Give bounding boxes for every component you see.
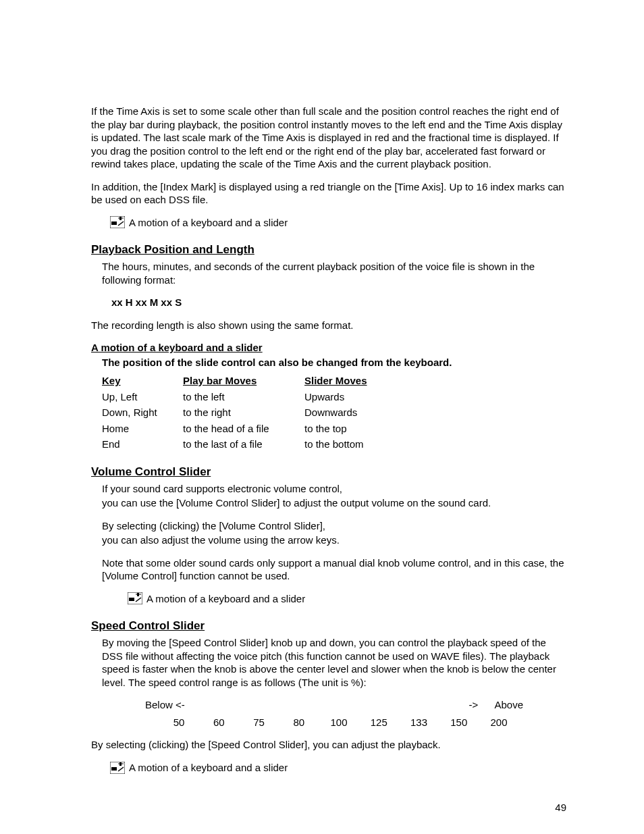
intro-paragraph-1: If the Time Axis is set to some scale ot… [91, 105, 566, 171]
document-page: If the Time Axis is set to some scale ot… [0, 0, 644, 834]
cell: to the bottom [304, 438, 412, 451]
speed-range-below: Below <- [145, 698, 185, 712]
volume-p3: By selecting (clicking) the [Volume Cont… [102, 519, 566, 533]
svg-rect-7 [137, 593, 139, 596]
subheading-motion: A motion of a keyboard and a slider [91, 341, 566, 355]
svg-rect-9 [111, 767, 117, 771]
motion-link-3: A motion of a keyboard and a slider [110, 761, 566, 775]
cell: Home [102, 422, 183, 436]
motion-link-2-text: A motion of a keyboard and a slider [146, 592, 305, 606]
speed-p1: By moving the [Speed Control Slider] kno… [102, 636, 566, 689]
motion-link-2: A motion of a keyboard and a slider [128, 592, 566, 606]
table-row: Down, Right to the right Downwards [102, 406, 566, 419]
cell: to the top [304, 422, 412, 436]
speed-value: 125 [365, 716, 392, 729]
intro-paragraph-2: In addition, the [Index Mark] is display… [91, 180, 566, 207]
playback-p1: The hours, minutes, and seconds of the c… [102, 260, 566, 286]
keyboard-table: Key Play bar Moves Slider Moves Up, Left… [102, 374, 566, 451]
cell: to the right [183, 406, 304, 419]
speed-value: 60 [205, 716, 232, 729]
heading-speed-control: Speed Control Slider [91, 619, 566, 633]
volume-p4: you can also adjust the volume using the… [102, 533, 566, 547]
cell: to the left [183, 390, 304, 404]
cell: Upwards [304, 390, 412, 404]
volume-p5: Note that some older sound cards only su… [102, 556, 566, 583]
cell: Down, Right [102, 406, 183, 419]
svg-rect-1 [111, 221, 117, 225]
svg-rect-3 [119, 217, 122, 220]
playback-format: xx H xx M xx S [111, 296, 566, 309]
keyboard-slider-icon [128, 592, 142, 604]
speed-value: 200 [485, 716, 512, 729]
motion-link-1: A motion of a keyboard and a slider [110, 216, 566, 230]
subheading-motion-line: The position of the slide control can al… [102, 356, 566, 369]
cell: to the last of a file [183, 438, 304, 451]
table-row: Home to the head of a file to the top [102, 422, 566, 436]
speed-value: 133 [406, 716, 433, 729]
keyboard-slider-icon [110, 762, 125, 774]
speed-value: 75 [246, 716, 273, 729]
speed-value: 150 [446, 716, 473, 729]
heading-volume-control: Volume Control Slider [91, 465, 566, 479]
table-row: Up, Left to the left Upwards [102, 390, 566, 404]
volume-p1: If your sound card supports electronic v… [102, 482, 566, 496]
speed-range-display: Below <- -> Above 50 60 75 80 100 125 13… [145, 698, 523, 729]
speed-range-labels: Below <- -> Above [145, 698, 523, 712]
col-header-key: Key [102, 374, 183, 388]
svg-rect-5 [129, 598, 134, 601]
table-header-row: Key Play bar Moves Slider Moves [102, 374, 566, 388]
col-header-playbar: Play bar Moves [183, 374, 304, 388]
speed-range-values: 50 60 75 80 100 125 133 150 200 [145, 716, 523, 729]
speed-value: 100 [325, 716, 352, 729]
volume-p2: you can use the [Volume Control Slider] … [102, 496, 566, 510]
cell: Downwards [304, 406, 412, 419]
cell: End [102, 438, 183, 451]
speed-value: 80 [286, 716, 313, 729]
cell: Up, Left [102, 390, 183, 404]
col-header-slider: Slider Moves [304, 374, 412, 388]
speed-p2: By selecting (clicking) the [Speed Contr… [91, 738, 566, 752]
speed-range-above: -> Above [469, 698, 523, 712]
heading-playback-position: Playback Position and Length [91, 242, 566, 257]
svg-rect-11 [119, 762, 122, 766]
page-number: 49 [555, 801, 566, 814]
motion-link-3-text: A motion of a keyboard and a slider [129, 761, 288, 775]
motion-link-1-text: A motion of a keyboard and a slider [129, 216, 288, 230]
table-row: End to the last of a file to the bottom [102, 438, 566, 451]
speed-value: 50 [165, 716, 192, 729]
playback-p2: The recording length is also shown using… [91, 319, 566, 332]
keyboard-slider-icon [110, 216, 125, 228]
cell: to the head of a file [183, 422, 304, 436]
